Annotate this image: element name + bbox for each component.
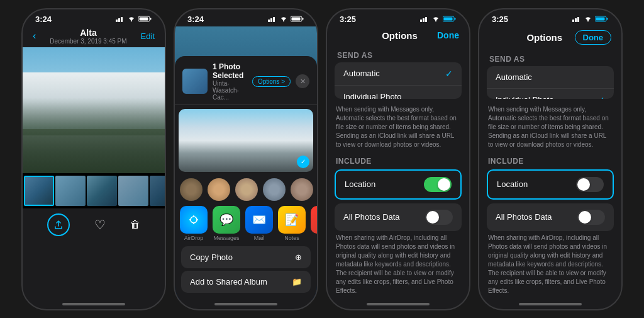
- phones-container: 3:24 ‹ Alta December 3, 2019 3:45 PM Edi…: [15, 2, 629, 317]
- reminders-icon: 🔔: [311, 206, 317, 234]
- share-icon: [54, 220, 63, 229]
- svg-rect-20: [455, 18, 456, 20]
- send-as-description-4: When sending with Messages only, Automat…: [479, 103, 621, 154]
- svg-rect-16: [423, 18, 425, 22]
- send-as-group-3: Automatic ✓ Individual Photo iCloud Link: [335, 62, 462, 99]
- all-photos-toggle-knob-4: [579, 211, 591, 224]
- svg-rect-2: [121, 17, 123, 22]
- svg-rect-28: [596, 18, 605, 21]
- thumbnail-4[interactable]: [118, 176, 148, 206]
- options-content-3: Options Done Send As Automatic ✓ Individ…: [327, 26, 469, 300]
- all-photos-label-4: All Photos Data: [496, 212, 552, 222]
- back-button-1[interactable]: ‹: [33, 30, 36, 42]
- svg-rect-6: [140, 18, 148, 21]
- options-header-4: Options Done: [479, 26, 621, 50]
- all-photos-toggle-4[interactable]: [577, 210, 605, 225]
- home-indicator-1: [62, 303, 125, 305]
- notes-icon: 📝: [278, 206, 306, 234]
- copy-photo-button[interactable]: Copy Photo ⊕: [181, 246, 311, 268]
- thumbnail-5[interactable]: [150, 176, 165, 206]
- app-mail-item[interactable]: ✉️ Mail: [245, 206, 273, 241]
- app-notes-item[interactable]: 📝 Notes: [278, 206, 306, 241]
- battery-icon-1: [138, 16, 152, 22]
- individual-photo-label-3: Individual Photo: [343, 92, 402, 99]
- airdrop-symbol: [187, 213, 201, 227]
- svg-point-14: [191, 217, 197, 223]
- buildings-area: [23, 129, 165, 173]
- phone-2: 3:24 1 Photo Selected Uinta-Wasatch-Cac.…: [174, 8, 318, 310]
- done-button-4[interactable]: Done: [575, 30, 612, 45]
- all-photos-label-3: All Photos Data: [343, 212, 400, 222]
- contact-5[interactable]: [291, 178, 313, 201]
- individual-photo-label-4: Individual Photo: [496, 95, 554, 99]
- edit-button[interactable]: Edit: [141, 31, 155, 41]
- location-toggle-4[interactable]: [576, 177, 604, 192]
- svg-rect-21: [444, 18, 453, 21]
- individual-photo-check-4: ✓: [597, 95, 605, 99]
- location-toggle-3[interactable]: [424, 177, 452, 192]
- time-2: 3:24: [187, 14, 204, 24]
- thumbnail-3[interactable]: [87, 176, 117, 206]
- avatar-1: [180, 178, 203, 201]
- signal-icon-3: [420, 16, 429, 22]
- contact-1[interactable]: [180, 178, 203, 201]
- automatic-option-3[interactable]: Automatic ✓: [335, 62, 462, 86]
- avatar-5: [291, 178, 313, 201]
- mail-label: Mail: [254, 235, 265, 241]
- svg-point-3: [131, 20, 132, 21]
- automatic-label-3: Automatic: [343, 69, 380, 78]
- options-content-4: Options Done Send As Automatic Individua…: [479, 26, 621, 300]
- app-messages-item[interactable]: 💬 Messages: [213, 206, 240, 241]
- preview-inner: [179, 109, 313, 172]
- app-airdrop-item[interactable]: AirDrop: [180, 206, 208, 241]
- automatic-option-4[interactable]: Automatic: [487, 66, 614, 89]
- messages-label: Messages: [213, 235, 239, 241]
- contact-4[interactable]: [263, 178, 286, 201]
- done-button-3[interactable]: Done: [437, 30, 459, 40]
- automatic-check-3: ✓: [445, 69, 453, 79]
- individual-photo-option-4[interactable]: Individual Photo ✓: [487, 89, 614, 99]
- svg-point-25: [587, 20, 589, 21]
- thumbnail-1[interactable]: [24, 176, 54, 206]
- app-row: AirDrop 💬 Messages ✉️ Mail 📝 Notes: [175, 203, 317, 244]
- app-reminders-item[interactable]: 🔔 Re...: [311, 206, 317, 241]
- battery-icon-2: [291, 16, 304, 22]
- copy-photo-label: Copy Photo: [190, 253, 233, 262]
- home-indicator-2: [214, 303, 277, 305]
- options-title-3: Options: [362, 30, 437, 41]
- photo-bottom-bar: ♡ 🗑: [23, 208, 165, 241]
- airdrop-label: AirDrop: [184, 235, 204, 241]
- send-as-label-3: Send As: [327, 46, 469, 62]
- share-button[interactable]: [47, 213, 70, 236]
- share-thumbnail: [182, 69, 208, 94]
- svg-rect-1: [118, 18, 120, 22]
- add-shared-album-button[interactable]: Add to Shared Album 📁: [181, 271, 311, 293]
- location-row-highlight-4: Location: [487, 169, 614, 200]
- contact-row: [175, 176, 317, 203]
- contact-2[interactable]: [208, 178, 230, 201]
- mail-icon: ✉️: [245, 206, 273, 234]
- svg-rect-8: [270, 18, 272, 22]
- all-photos-row-3[interactable]: All Photos Data: [335, 203, 462, 231]
- status-bar-3: 3:25: [327, 9, 469, 26]
- photo-nav: ‹ Alta December 3, 2019 3:45 PM Edit: [23, 26, 165, 47]
- status-icons-3: [420, 16, 457, 22]
- airdrop-icon: [180, 206, 208, 234]
- delete-button[interactable]: 🗑: [130, 219, 140, 230]
- close-share-button[interactable]: ✕: [296, 74, 309, 88]
- wifi-icon-1: [127, 16, 136, 22]
- svg-point-10: [283, 20, 284, 21]
- location-label-4: Location: [497, 179, 528, 189]
- individual-photo-option-3[interactable]: Individual Photo: [335, 86, 462, 99]
- options-button[interactable]: Options >: [252, 76, 291, 87]
- svg-rect-12: [303, 18, 304, 20]
- svg-rect-5: [150, 18, 152, 20]
- thumbnail-2[interactable]: [55, 176, 86, 206]
- favorite-button[interactable]: ♡: [94, 217, 106, 232]
- contact-3[interactable]: [235, 178, 258, 201]
- send-as-group-4: Automatic Individual Photo ✓ iCloud Link: [487, 66, 614, 99]
- all-photos-row-4[interactable]: All Photos Data: [487, 203, 614, 231]
- all-photos-toggle-3[interactable]: [425, 210, 453, 225]
- include-section-label-3: Include: [327, 154, 469, 168]
- copy-photo-icon: ⊕: [295, 253, 302, 262]
